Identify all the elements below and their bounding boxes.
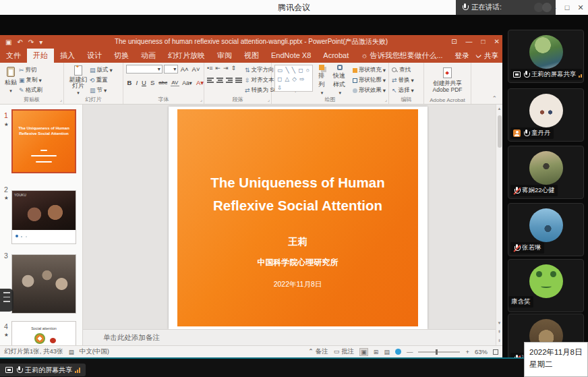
bold-button[interactable]: B bbox=[126, 79, 133, 86]
bullets-icon[interactable]: •≡ bbox=[207, 65, 212, 71]
participant-tile[interactable]: 张若琳 bbox=[508, 203, 584, 256]
share-button[interactable]: ᨆ 共享 bbox=[476, 51, 498, 61]
login-button[interactable]: 登录 bbox=[455, 51, 469, 61]
quick-styles-button[interactable]: 快速样式▾ bbox=[331, 65, 349, 96]
format-painter-button[interactable]: ✎格式刷 bbox=[19, 86, 42, 94]
create-share-pdf-button[interactable]: 创建并共享 Adobe PDF bbox=[427, 65, 468, 96]
zoom-slider[interactable] bbox=[418, 351, 460, 353]
participant-tile[interactable]: 童丹丹 bbox=[508, 88, 584, 142]
tab-slideshow[interactable]: 幻灯片放映 bbox=[162, 49, 211, 63]
drawing-dialog-launcher[interactable]: ⌟ bbox=[385, 97, 387, 103]
zoom-out-icon[interactable]: — bbox=[407, 348, 413, 355]
line-spacing-icon[interactable]: ⇕ bbox=[231, 65, 237, 71]
clipboard-dialog-launcher[interactable]: ⌟ bbox=[60, 97, 62, 103]
tab-endnote[interactable]: EndNote X8 bbox=[265, 49, 317, 63]
scroll-up-icon[interactable]: ▲ bbox=[496, 105, 502, 111]
ppt-close-button[interactable]: ✕ bbox=[494, 35, 500, 49]
indent-icon[interactable]: ⇥ bbox=[223, 65, 229, 71]
cut-button[interactable]: ✂剪切 bbox=[19, 66, 42, 74]
ppt-minimize-button[interactable]: — bbox=[466, 35, 473, 49]
slide-author[interactable]: 王莉 bbox=[177, 236, 418, 248]
redo-icon[interactable]: ↷ bbox=[28, 38, 34, 46]
fit-to-window-icon[interactable] bbox=[493, 349, 498, 355]
tab-design[interactable]: 设计 bbox=[81, 49, 108, 63]
tab-transitions[interactable]: 切换 bbox=[108, 49, 135, 63]
font-dialog-launcher[interactable]: ⌟ bbox=[200, 97, 202, 103]
slide-affiliation[interactable]: 中国科学院心理研究所 bbox=[177, 257, 418, 268]
previous-slide-icon[interactable]: ⇞ bbox=[496, 329, 502, 334]
ribbon-options-icon[interactable]: ⊡ bbox=[451, 35, 457, 49]
zoom-in-icon[interactable]: + bbox=[465, 348, 469, 355]
close-button[interactable]: ✕ bbox=[575, 0, 587, 15]
zoom-slider-thumb[interactable] bbox=[436, 349, 438, 355]
sharing-banner[interactable]: 王莉的屏幕共享 bbox=[0, 364, 86, 376]
tab-animations[interactable]: 动画 bbox=[135, 49, 162, 63]
strikethrough-button[interactable]: abc bbox=[158, 80, 169, 86]
slide-date[interactable]: 2022年11月8日 bbox=[177, 280, 418, 289]
qat-dropdown-icon[interactable]: ▾ bbox=[39, 38, 42, 46]
participant-tile[interactable]: 蒋娴22心健 bbox=[508, 146, 584, 199]
reading-view-icon[interactable]: ▤ bbox=[384, 349, 390, 355]
justify-icon[interactable] bbox=[235, 78, 242, 83]
next-slide-icon[interactable]: ⇟ bbox=[496, 338, 502, 343]
language-indicator[interactable]: 中文(中国) bbox=[80, 347, 109, 356]
find-button[interactable]: 查找 bbox=[392, 66, 421, 74]
select-button[interactable]: ↖选择 ▾ bbox=[392, 86, 421, 94]
font-color-button[interactable]: A▾ bbox=[195, 79, 204, 86]
align-left-icon[interactable] bbox=[207, 78, 214, 83]
participant-tile[interactable]: 王莉的屏幕共享 bbox=[508, 30, 584, 83]
slide-1[interactable]: The Uniqueness of Human Reflexive Social… bbox=[169, 107, 428, 329]
undo-icon[interactable]: ↶ bbox=[17, 38, 22, 46]
shapes-gallery[interactable]: ▭ ╲ ╲ ◻ ○◻ △ ◇ ⇨ ⇩⌂ ☆ ○ { } bbox=[274, 65, 313, 92]
slide-thumbnail-4[interactable]: Social attention bbox=[11, 321, 76, 345]
tab-insert[interactable]: 插入 bbox=[54, 49, 81, 63]
notes-pane[interactable]: 单击此处添加备注 bbox=[83, 329, 496, 345]
section-button[interactable]: ▥节 ▾ bbox=[90, 86, 113, 94]
replace-button[interactable]: ⇄替换 ▾ bbox=[392, 76, 421, 84]
font-name-combo[interactable]: ▾ bbox=[126, 65, 163, 74]
collapse-ribbon-icon[interactable]: ⌃ bbox=[492, 95, 497, 102]
ppt-maximize-button[interactable]: □ bbox=[481, 35, 486, 49]
slide-thumbnail-3[interactable] bbox=[11, 254, 76, 314]
save-icon[interactable]: ▣ bbox=[5, 38, 11, 46]
font-size-combo[interactable]: ▾ bbox=[164, 65, 178, 74]
shape-effects-button[interactable]: 形状效果 ▾ bbox=[353, 86, 386, 94]
char-spacing-button[interactable]: AV bbox=[171, 80, 179, 86]
slide-sorter-icon[interactable]: ⊞ bbox=[374, 349, 379, 355]
layout-button[interactable]: ▤版式 ▾ bbox=[90, 66, 113, 74]
spellcheck-icon[interactable]: ▤ bbox=[69, 349, 74, 355]
zoom-level[interactable]: 63% bbox=[475, 348, 488, 355]
underline-button[interactable]: U bbox=[141, 79, 148, 86]
tab-home[interactable]: 开始 bbox=[27, 49, 54, 63]
align-center-icon[interactable] bbox=[216, 78, 223, 83]
shadow-button[interactable]: S bbox=[149, 79, 155, 86]
shrink-font-button[interactable]: A˅ bbox=[191, 65, 201, 73]
tab-file[interactable]: 文件 bbox=[0, 49, 27, 63]
normal-view-icon[interactable]: ▣ bbox=[359, 348, 368, 356]
slide-thumbnail-1[interactable]: The Uniqueness of HumanReflexive Social … bbox=[11, 109, 76, 173]
reset-button[interactable]: ⟲重置 bbox=[90, 76, 113, 84]
scrollbar-thumb[interactable] bbox=[498, 115, 502, 148]
copy-button[interactable]: ▣复制 ▾ bbox=[19, 76, 42, 84]
vertical-scrollbar[interactable]: ▲ ▼ ⇞ ⇟ bbox=[496, 105, 502, 345]
maximize-button[interactable]: □ bbox=[561, 0, 573, 15]
shape-fill-button[interactable]: 形状填充 ▾ bbox=[353, 66, 386, 74]
slide-thumbnail-2[interactable]: YOUKU bbox=[11, 190, 76, 244]
arrange-button[interactable]: 排列▾ bbox=[316, 65, 328, 96]
tab-acrobat[interactable]: Acrobat bbox=[317, 49, 355, 63]
meeting-float-toolbar[interactable] bbox=[0, 289, 13, 312]
italic-button[interactable]: I bbox=[135, 79, 139, 86]
paste-button[interactable]: 粘贴▾ bbox=[3, 65, 19, 96]
tab-tellme[interactable]: ☼ 告诉我您想要做什么... bbox=[355, 49, 448, 63]
slideshow-icon[interactable] bbox=[395, 349, 401, 355]
comments-toggle[interactable]: ▭ 批注 bbox=[334, 347, 355, 356]
paragraph-dialog-launcher[interactable]: ⌟ bbox=[268, 97, 270, 103]
notes-toggle[interactable]: ⌃ 备注 bbox=[308, 347, 328, 356]
participant-tile[interactable]: 康含笑 bbox=[508, 259, 584, 312]
new-slide-button[interactable]: 新建幻灯片▾ bbox=[67, 65, 90, 96]
shape-outline-button[interactable]: 形状轮廓 ▾ bbox=[353, 76, 386, 84]
scroll-down-icon[interactable]: ▼ bbox=[496, 321, 502, 325]
change-case-button[interactable]: Aa▾ bbox=[181, 80, 194, 86]
slide-title[interactable]: The Uniqueness of Human Reflexive Social… bbox=[177, 109, 418, 217]
tab-review[interactable]: 审阅 bbox=[211, 49, 238, 63]
